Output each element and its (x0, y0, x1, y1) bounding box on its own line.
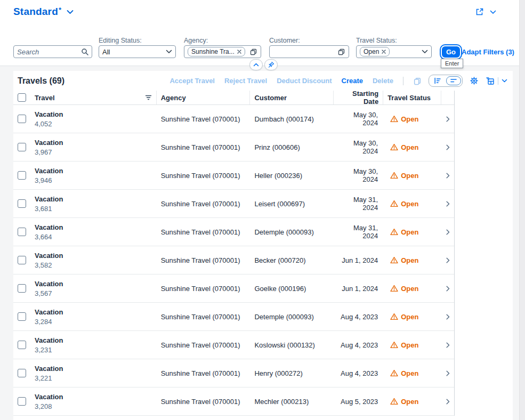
page-scrollbar[interactable] (519, 0, 525, 420)
table-row[interactable]: Vacation 3,946 Sunshine Travel (070001) … (13, 161, 454, 190)
copy-icon[interactable] (413, 77, 422, 85)
customer-filter-input[interactable] (269, 45, 349, 58)
travel-cell: Vacation 3,967 (30, 139, 157, 156)
share-icon[interactable] (475, 7, 484, 17)
search-icon[interactable] (81, 48, 88, 55)
row-navigation-cell[interactable] (441, 314, 454, 320)
search-input[interactable] (17, 48, 81, 56)
search-field[interactable] (13, 45, 92, 58)
row-checkbox[interactable] (18, 397, 26, 406)
row-navigation-cell[interactable] (441, 201, 454, 207)
travel-type: Vacation (35, 365, 152, 373)
warning-icon (390, 228, 398, 236)
starting-date-cell: May 30, 2024 (334, 139, 383, 155)
export-chevron-down-icon (502, 79, 507, 83)
row-navigation-cell[interactable] (441, 173, 454, 179)
column-filtered-icon (145, 95, 152, 100)
row-checkbox[interactable] (18, 228, 26, 236)
travel-status-cell: Open (383, 143, 441, 151)
remove-token-icon[interactable] (237, 50, 241, 54)
travel-status-label: Travel Status: (356, 37, 397, 44)
row-checkbox[interactable] (18, 171, 26, 180)
agency-value-help-icon[interactable] (249, 48, 257, 56)
adapt-filters-link[interactable]: Adapt Filters (3) (462, 48, 514, 56)
delete-button[interactable]: Delete (373, 77, 393, 85)
select-all-checkbox[interactable] (18, 93, 26, 102)
share-menu-chevron-down-icon[interactable] (490, 10, 496, 14)
column-header-travel-status[interactable]: Travel Status (383, 91, 441, 104)
go-button[interactable]: Go (441, 45, 461, 59)
customer-value-help-icon[interactable] (337, 48, 345, 56)
row-navigation-cell[interactable] (441, 399, 454, 405)
status-text: Open (401, 228, 418, 236)
warning-icon (390, 172, 398, 179)
remove-token-icon[interactable] (382, 50, 386, 54)
pin-filter-bar-button[interactable] (264, 59, 278, 70)
row-navigation-cell[interactable] (441, 342, 454, 348)
table-row[interactable]: Vacation 3,221 Sunshine Travel (070001) … (13, 359, 454, 387)
table-row[interactable]: Vacation 3,664 Sunshine Travel (070001) … (13, 218, 454, 246)
customer-cell: Koslowski (000132) (250, 341, 334, 349)
table-title: Travels (69) (18, 76, 64, 86)
agency-token[interactable]: Sunshine Tra... (188, 47, 245, 56)
row-navigation-cell[interactable] (441, 229, 454, 235)
deduct-discount-button[interactable]: Deduct Discount (277, 77, 332, 85)
row-checkbox[interactable] (18, 199, 26, 208)
row-navigation-cell[interactable] (441, 257, 454, 263)
settings-gear-icon[interactable] (470, 76, 479, 85)
status-text: Open (401, 398, 418, 406)
reject-travel-button[interactable]: Reject Travel (224, 77, 267, 85)
editing-status-value: All (102, 48, 110, 56)
table-row[interactable]: Vacation 4,052 Sunshine Travel (070001) … (13, 105, 454, 133)
customer-cell: Becker (000720) (250, 256, 334, 264)
agency-cell: Sunshine Travel (070001) (157, 115, 251, 123)
table-row[interactable]: Vacation 3,582 Sunshine Travel (070001) … (13, 246, 454, 274)
row-checkbox[interactable] (18, 115, 26, 123)
travel-status-combobox[interactable]: Open (356, 45, 432, 58)
agency-cell: Sunshine Travel (070001) (157, 143, 251, 151)
table-body: Vacation 4,052 Sunshine Travel (070001) … (13, 105, 454, 416)
filter-icon[interactable] (446, 76, 461, 85)
table-row[interactable]: Vacation 3,231 Sunshine Travel (070001) … (13, 331, 454, 359)
starting-date-cell: May 30, 2024 (334, 111, 383, 127)
column-header-starting-date[interactable]: Starting Date (334, 91, 383, 104)
agency-filter-input[interactable]: Sunshine Tra... (184, 45, 261, 58)
accept-travel-button[interactable]: Accept Travel (169, 77, 215, 85)
table-row[interactable]: Vacation 3,284 Sunshine Travel (070001) … (13, 303, 454, 331)
travel-status-token[interactable]: Open (360, 47, 390, 56)
variant-chevron-down-icon[interactable] (67, 10, 74, 14)
column-header-agency[interactable]: Agency (157, 91, 251, 104)
travel-number: 3,946 (35, 176, 152, 184)
table-row[interactable]: Vacation 3,567 Sunshine Travel (070001) … (13, 274, 454, 303)
row-checkbox[interactable] (18, 341, 26, 349)
row-chevron-right-icon (446, 229, 450, 235)
column-header-travel[interactable]: Travel (30, 91, 157, 104)
variant-management[interactable]: Standard* (13, 6, 74, 18)
row-navigation-cell[interactable] (441, 286, 454, 292)
sort-icon[interactable] (430, 76, 445, 86)
modified-marker: * (59, 6, 61, 14)
status-text: Open (401, 285, 418, 293)
create-button[interactable]: Create (342, 77, 363, 85)
agency-cell: Sunshine Travel (070001) (157, 172, 251, 180)
customer-input[interactable] (273, 48, 337, 56)
row-select-cell (13, 312, 30, 321)
collapse-filter-bar-button[interactable] (249, 59, 263, 70)
row-checkbox[interactable] (18, 256, 26, 264)
table-row[interactable]: Vacation 3,967 Sunshine Travel (070001) … (13, 133, 454, 161)
row-checkbox[interactable] (18, 143, 26, 151)
export-menu-button[interactable] (486, 77, 507, 85)
travel-status-chevron-down-icon[interactable] (422, 50, 428, 54)
row-checkbox[interactable] (18, 312, 26, 321)
application-window: Standard* (0, 0, 525, 420)
row-checkbox[interactable] (18, 284, 26, 293)
row-navigation-cell[interactable] (441, 116, 454, 122)
row-checkbox[interactable] (18, 369, 26, 377)
column-header-customer[interactable]: Customer (250, 91, 334, 104)
table-row[interactable]: Vacation 3,681 Sunshine Travel (070001) … (13, 190, 454, 218)
row-navigation-cell[interactable] (441, 144, 454, 150)
table-row[interactable]: Vacation 3,208 Sunshine Travel (070001) … (13, 387, 454, 416)
editing-status-chevron-down-icon[interactable] (166, 50, 172, 54)
editing-status-select[interactable]: All (99, 45, 176, 58)
row-navigation-cell[interactable] (441, 370, 454, 376)
